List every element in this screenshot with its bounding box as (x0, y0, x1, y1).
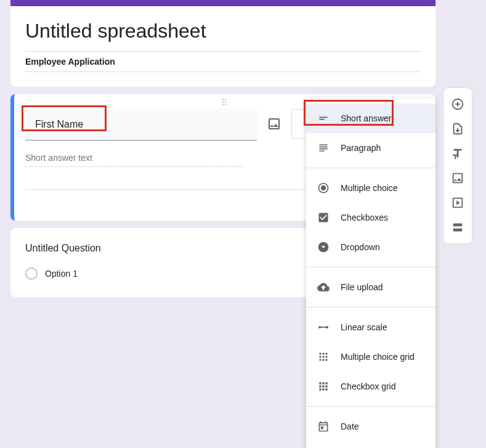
form-header-card: Untitled spreadsheet Employee Applicatio… (10, 0, 435, 87)
svg-rect-17 (322, 385, 324, 387)
svg-rect-13 (319, 382, 321, 384)
plus-circle-icon (451, 97, 464, 111)
radio-icon (316, 181, 331, 195)
image-icon (267, 116, 281, 131)
add-image-to-question-button[interactable] (267, 116, 281, 131)
menu-item-time[interactable]: Time (306, 441, 435, 448)
video-icon (451, 196, 464, 210)
svg-rect-21 (325, 388, 327, 390)
svg-point-9 (325, 356, 327, 357)
svg-rect-16 (319, 385, 321, 387)
checkbox-icon (316, 210, 331, 225)
calendar-icon (316, 419, 331, 434)
menu-item-short-answer[interactable]: Short answer (306, 104, 435, 133)
drag-handle-icon[interactable]: ⠿ (221, 98, 229, 108)
svg-rect-19 (319, 388, 321, 390)
form-side-toolbar (443, 88, 472, 244)
svg-rect-25 (453, 224, 463, 227)
section-icon (451, 221, 464, 234)
menu-item-label: Multiple choice (341, 183, 398, 193)
menu-item-multiple-choice-grid[interactable]: Multiple choice grid (306, 342, 435, 372)
short-answer-placeholder: Short answer text (25, 153, 244, 167)
svg-point-4 (319, 352, 321, 354)
menu-item-checkbox-grid[interactable]: Checkbox grid (306, 372, 435, 401)
form-description[interactable]: Employee Application (25, 51, 421, 72)
form-title[interactable]: Untitled spreadsheet (25, 20, 421, 43)
svg-rect-18 (325, 385, 327, 387)
menu-item-label: File upload (341, 282, 383, 292)
dot-grid-icon (316, 349, 331, 364)
image-icon (451, 171, 464, 185)
import-questions-button[interactable] (447, 118, 469, 140)
menu-divider (306, 267, 435, 267)
menu-item-linear-scale[interactable]: Linear scale (306, 312, 435, 342)
add-question-button[interactable] (447, 93, 469, 115)
menu-divider (306, 168, 435, 168)
svg-point-6 (325, 352, 327, 354)
add-video-button[interactable] (447, 192, 469, 214)
short-answer-icon (316, 111, 331, 126)
radio-icon (25, 267, 38, 280)
menu-item-label: Checkbox grid (341, 381, 396, 391)
svg-rect-26 (453, 229, 463, 232)
menu-item-checkboxes[interactable]: Checkboxes (306, 203, 435, 232)
question-title-input[interactable] (25, 109, 257, 141)
menu-item-label: Paragraph (341, 143, 381, 153)
menu-item-label: Multiple choice grid (341, 352, 415, 362)
menu-item-label: Linear scale (341, 322, 387, 332)
menu-divider (306, 307, 435, 307)
svg-point-12 (325, 359, 327, 360)
add-image-button[interactable] (447, 167, 469, 189)
svg-point-5 (322, 352, 324, 354)
menu-item-multiple-choice[interactable]: Multiple choice (306, 173, 435, 203)
menu-item-label: Short answer (341, 113, 391, 123)
add-title-button[interactable] (447, 142, 469, 165)
menu-divider (306, 406, 435, 407)
question-type-dropdown: Short answer Paragraph Multiple choice C… (306, 99, 435, 448)
square-grid-icon (316, 379, 331, 394)
import-icon (451, 122, 464, 136)
paragraph-icon (316, 141, 331, 155)
menu-item-label: Dropdown (341, 242, 380, 252)
dropdown-icon (316, 240, 331, 255)
option-label[interactable]: Option 1 (45, 269, 78, 279)
cloud-upload-icon (316, 280, 331, 295)
svg-point-11 (322, 359, 324, 360)
text-icon (451, 147, 464, 160)
menu-item-date[interactable]: Date (306, 412, 435, 441)
svg-point-8 (322, 356, 324, 357)
menu-item-label: Date (341, 422, 359, 431)
svg-point-7 (319, 356, 321, 357)
menu-item-file-upload[interactable]: File upload (306, 272, 435, 302)
menu-item-paragraph[interactable]: Paragraph (306, 133, 435, 163)
svg-rect-14 (322, 382, 324, 384)
svg-rect-15 (325, 382, 327, 384)
svg-rect-3 (320, 327, 327, 328)
linear-scale-icon (316, 320, 331, 335)
menu-item-label: Checkboxes (341, 213, 388, 222)
add-section-button[interactable] (447, 216, 469, 238)
svg-point-10 (319, 359, 321, 360)
svg-rect-20 (322, 388, 324, 390)
menu-item-dropdown[interactable]: Dropdown (306, 232, 435, 262)
